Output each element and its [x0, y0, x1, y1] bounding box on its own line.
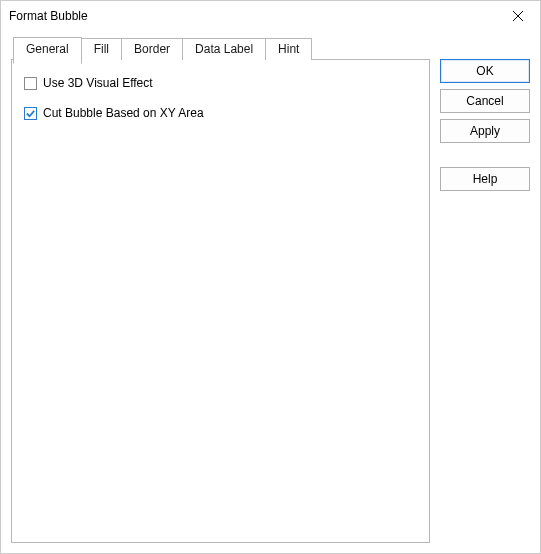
- cut-bubble-label: Cut Bubble Based on XY Area: [43, 106, 204, 120]
- tab-hint[interactable]: Hint: [265, 38, 312, 60]
- cancel-button[interactable]: Cancel: [440, 89, 530, 113]
- help-button[interactable]: Help: [440, 167, 530, 191]
- tab-data-label[interactable]: Data Label: [182, 38, 266, 60]
- cut-bubble-checkbox[interactable]: [24, 107, 37, 120]
- check-icon: [25, 108, 36, 119]
- tab-panel-general: Use 3D Visual Effect Cut Bubble Based on…: [11, 59, 430, 543]
- ok-button[interactable]: OK: [440, 59, 530, 83]
- tab-fill[interactable]: Fill: [81, 38, 122, 60]
- window-title: Format Bubble: [9, 9, 496, 23]
- cut-bubble-row: Cut Bubble Based on XY Area: [24, 106, 417, 120]
- dialog-body: General Fill Border Data Label Hint Use …: [1, 31, 540, 553]
- dialog-window: Format Bubble General Fill Border Data L…: [0, 0, 541, 554]
- use-3d-row: Use 3D Visual Effect: [24, 76, 417, 90]
- use-3d-label: Use 3D Visual Effect: [43, 76, 153, 90]
- title-bar: Format Bubble: [1, 1, 540, 31]
- tab-border[interactable]: Border: [121, 38, 183, 60]
- close-button[interactable]: [496, 1, 540, 31]
- button-column: OK Cancel Apply Help: [440, 37, 530, 543]
- close-icon: [513, 11, 523, 21]
- button-gap: [440, 149, 530, 161]
- use-3d-checkbox[interactable]: [24, 77, 37, 90]
- tab-general[interactable]: General: [13, 37, 82, 64]
- tab-strip: General Fill Border Data Label Hint: [13, 37, 430, 59]
- left-pane: General Fill Border Data Label Hint Use …: [11, 37, 430, 543]
- apply-button[interactable]: Apply: [440, 119, 530, 143]
